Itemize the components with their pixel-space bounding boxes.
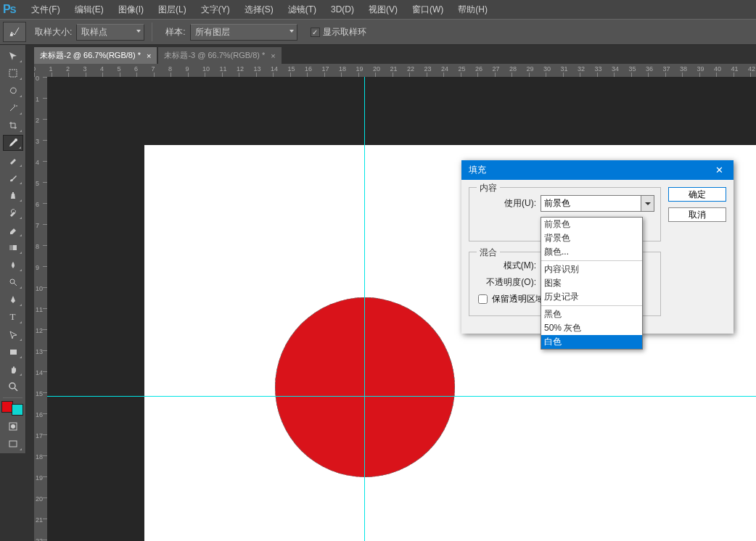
use-dropdown[interactable]: 前景色 (541, 195, 654, 212)
menu-type[interactable]: 文字(Y) (194, 4, 237, 16)
type-tool[interactable]: T (3, 309, 23, 325)
doc-tab-title: 未标题-3 @ 66.7%(RGB/8) * (164, 50, 265, 61)
quick-mask-toggle[interactable] (3, 418, 23, 434)
svg-point-7 (9, 383, 15, 389)
svg-rect-10 (9, 441, 17, 447)
mode-label: 模式(M): (475, 260, 536, 272)
svg-point-0 (10, 33, 13, 36)
doc-tab-2[interactable]: 未标题-3 @ 66.7%(RGB/8) * × (158, 47, 281, 64)
svg-point-2 (15, 139, 17, 141)
dropdown-item[interactable]: 内容识别 (541, 263, 642, 276)
horizontal-ruler[interactable]: 0123456789101112131415161718192021222324… (34, 64, 756, 77)
show-ring-checkbox[interactable]: ✓ (311, 28, 320, 37)
sample-layers-dropdown[interactable]: 所有图层 (190, 24, 297, 41)
dialog-title-text: 填充 (469, 164, 486, 176)
sample-label: 样本: (165, 26, 185, 38)
doc-tab-title: 未标题-2 @ 66.7%(RGB/8) * (40, 50, 141, 61)
blend-legend: 混合 (477, 247, 500, 259)
menu-filter[interactable]: 滤镜(T) (281, 4, 324, 16)
svg-rect-4 (9, 245, 13, 250)
options-bar: 取样大小: 取样点 样本: 所有图层 ✓ 显示取样环 (0, 19, 756, 45)
clone-stamp-tool[interactable] (3, 187, 23, 203)
history-brush-tool[interactable] (3, 205, 23, 220)
dropdown-item[interactable]: 图案 (541, 276, 642, 290)
menu-3d[interactable]: 3D(D) (324, 4, 361, 15)
eraser-tool[interactable] (3, 222, 23, 238)
close-icon[interactable]: ✕ (712, 165, 726, 175)
horizontal-guide[interactable] (47, 396, 756, 397)
preserve-transparency-label: 保留透明区域 (492, 293, 544, 305)
menu-layer[interactable]: 图层(L) (151, 4, 194, 16)
selection-outline (275, 297, 455, 477)
brush-tool[interactable] (3, 170, 23, 186)
dodge-tool[interactable] (3, 274, 23, 290)
color-swatches[interactable] (1, 401, 24, 416)
background-color[interactable] (12, 404, 23, 416)
crop-tool[interactable] (3, 117, 23, 133)
move-tool[interactable] (3, 48, 23, 64)
dropdown-item[interactable]: 黑色 (541, 307, 642, 321)
svg-rect-6 (10, 350, 17, 355)
vertical-guide[interactable] (364, 77, 365, 541)
content-legend: 内容 (477, 182, 500, 194)
document-tabs: 未标题-2 @ 66.7%(RGB/8) * × 未标题-3 @ 66.7%(R… (34, 46, 756, 64)
dropdown-item[interactable]: 前景色 (541, 218, 642, 231)
current-tool-indicator[interactable] (3, 22, 26, 42)
lasso-tool[interactable] (3, 83, 23, 99)
magic-wand-tool[interactable] (3, 100, 23, 116)
dropdown-item[interactable]: 白色 (541, 335, 642, 349)
close-icon[interactable]: × (271, 51, 275, 60)
hand-tool[interactable] (3, 361, 23, 377)
chevron-down-icon[interactable] (641, 196, 654, 211)
blur-tool[interactable] (3, 257, 23, 273)
gradient-tool[interactable] (3, 239, 23, 255)
marquee-tool[interactable] (3, 65, 23, 81)
ok-button[interactable]: 确定 (668, 187, 726, 202)
menu-edit[interactable]: 编辑(E) (67, 4, 111, 16)
doc-tab-1[interactable]: 未标题-2 @ 66.7%(RGB/8) * × (34, 47, 157, 64)
svg-rect-1 (9, 70, 17, 77)
menu-bar: PS 文件(F) 编辑(E) 图像(I) 图层(L) 文字(Y) 选择(S) 滤… (0, 0, 756, 19)
toolbox: T (0, 45, 26, 453)
use-label: 使用(U): (475, 197, 536, 210)
use-dropdown-list[interactable]: 前景色背景色颜色...内容识别图案历史记录黑色50% 灰色白色 (541, 217, 643, 350)
vertical-ruler[interactable]: 012345678910111213141516171819202122 (34, 77, 47, 541)
menu-select[interactable]: 选择(S) (237, 4, 281, 16)
dropdown-item[interactable]: 历史记录 (541, 290, 642, 304)
sample-size-dropdown[interactable]: 取样点 (76, 24, 144, 41)
app-logo: PS (3, 3, 15, 16)
close-icon[interactable]: × (147, 51, 151, 60)
show-ring-label: 显示取样环 (323, 26, 366, 38)
path-selection-tool[interactable] (3, 326, 23, 342)
screen-mode-toggle[interactable] (3, 436, 23, 452)
dropdown-item[interactable]: 颜色... (541, 245, 642, 259)
svg-point-9 (11, 424, 15, 429)
menu-file[interactable]: 文件(F) (24, 4, 67, 16)
dialog-titlebar[interactable]: 填充 ✕ (461, 160, 734, 180)
sample-size-label: 取样大小: (35, 26, 72, 38)
menu-window[interactable]: 窗口(W) (405, 4, 451, 16)
menu-view[interactable]: 视图(V) (361, 4, 405, 16)
cancel-button[interactable]: 取消 (668, 207, 726, 222)
opacity-label: 不透明度(O): (475, 276, 536, 289)
eyedropper-tool[interactable] (3, 135, 23, 151)
healing-brush-tool[interactable] (3, 152, 23, 168)
dropdown-item[interactable]: 背景色 (541, 231, 642, 245)
menu-image[interactable]: 图像(I) (111, 4, 151, 16)
dropdown-item[interactable]: 50% 灰色 (541, 321, 642, 335)
divider (152, 22, 152, 41)
pen-tool[interactable] (3, 292, 23, 307)
zoom-tool[interactable] (3, 379, 23, 395)
menu-help[interactable]: 帮助(H) (451, 4, 495, 16)
rectangle-tool[interactable] (3, 344, 23, 360)
preserve-transparency-checkbox[interactable] (478, 294, 488, 304)
